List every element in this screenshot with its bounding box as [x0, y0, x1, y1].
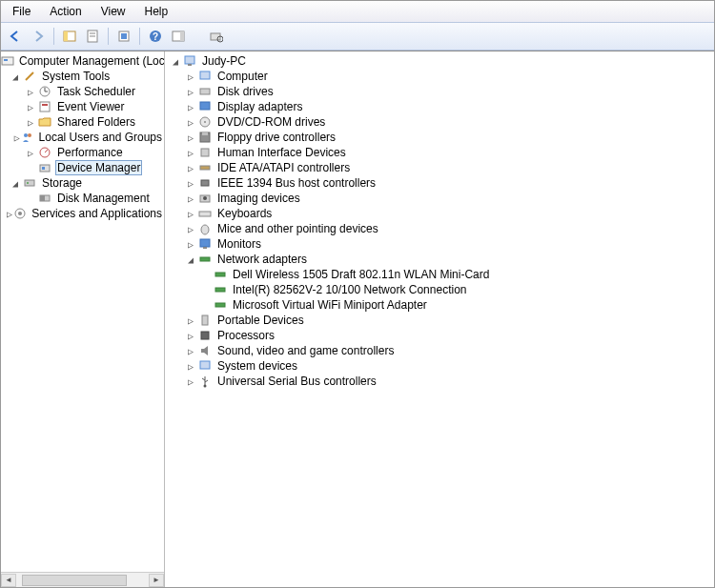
device-label[interactable]: Sound, video and game controllers	[215, 344, 396, 357]
tree-event-viewer[interactable]: ▷ Event Viewer	[1, 99, 164, 114]
device-category-hid[interactable]: ▷ Human Interface Devices	[165, 145, 714, 160]
device-label[interactable]: Keyboards	[215, 207, 274, 220]
tree-label[interactable]: Event Viewer	[55, 100, 126, 113]
expand-icon[interactable]: ▷	[24, 148, 37, 158]
device-label[interactable]: Intel(R) 82562V-2 10/100 Network Connect…	[231, 283, 468, 296]
expand-icon[interactable]: ▷	[184, 209, 197, 219]
expand-icon[interactable]: ▷	[184, 178, 197, 189]
expand-icon[interactable]: ▷	[184, 346, 197, 356]
device-label[interactable]: Dell Wireless 1505 Draft 802.11n WLAN Mi…	[231, 268, 491, 281]
tree-device-manager[interactable]: ▷ Device Manager	[1, 160, 164, 175]
expand-icon[interactable]: ▷	[184, 148, 197, 158]
action-pane-button[interactable]	[168, 26, 189, 47]
expand-icon[interactable]: ▷	[184, 376, 197, 387]
tree-disk-management[interactable]: ▷ Disk Management	[1, 191, 164, 206]
device-category-processors[interactable]: ▷ Processors	[165, 328, 714, 343]
expand-icon[interactable]: ▷	[184, 132, 197, 143]
tree-label[interactable]: Task Scheduler	[55, 85, 137, 98]
device-category-portable[interactable]: ▷ Portable Devices	[165, 313, 714, 328]
scroll-left-button[interactable]: ◄	[1, 574, 16, 587]
tree-shared-folders[interactable]: ▷ Shared Folders	[1, 114, 164, 130]
device-category-monitors[interactable]: ▷ Monitors	[165, 236, 714, 252]
expand-icon[interactable]: ▷	[184, 193, 197, 204]
tree-services-apps[interactable]: ▷ Services and Applications	[1, 206, 164, 221]
device-category-disk[interactable]: ▷ Disk drives	[165, 84, 714, 99]
device-category-imaging[interactable]: ▷ Imaging devices	[165, 191, 714, 206]
scroll-track[interactable]	[16, 574, 149, 587]
tree-storage[interactable]: ◢ Storage	[1, 175, 164, 191]
tree-task-scheduler[interactable]: ▷ Task Scheduler	[1, 84, 164, 99]
tree-label[interactable]: Computer Management (Local	[17, 54, 164, 68]
expand-icon[interactable]: ▷	[184, 315, 197, 326]
expand-icon[interactable]: ▷	[184, 102, 197, 112]
expand-icon[interactable]: ▷	[184, 224, 197, 234]
tree-local-users[interactable]: ▷ Local Users and Groups	[1, 130, 164, 145]
expand-icon[interactable]: ▷	[184, 87, 197, 97]
tree-label[interactable]: Performance	[55, 146, 125, 159]
device-category-ide[interactable]: ▷ IDE ATA/ATAPI controllers	[165, 160, 714, 175]
device-label[interactable]: Mice and other pointing devices	[215, 222, 380, 235]
expand-icon[interactable]: ▷	[184, 331, 197, 341]
device-label[interactable]: Portable Devices	[215, 314, 306, 327]
device-network-adapter[interactable]: ▷ Intel(R) 82562V-2 10/100 Network Conne…	[165, 282, 714, 297]
tree-system-tools[interactable]: ◢ System Tools	[1, 69, 164, 84]
device-tree[interactable]: ◢ Judy-PC ▷ Computer ▷ Disk drives ▷	[165, 53, 714, 389]
tree-root[interactable]: Computer Management (Local	[1, 53, 164, 69]
expand-icon[interactable]: ▷	[184, 117, 197, 128]
device-category-mice[interactable]: ▷ Mice and other pointing devices	[165, 221, 714, 236]
device-label[interactable]: IDE ATA/ATAPI controllers	[215, 161, 352, 174]
device-category-dvd[interactable]: ▷ DVD/CD-ROM drives	[165, 114, 714, 130]
scroll-right-button[interactable]: ►	[149, 574, 164, 587]
device-label[interactable]: Judy-PC	[200, 54, 248, 68]
expand-icon[interactable]: ▷	[6, 209, 13, 219]
device-root[interactable]: ◢ Judy-PC	[165, 53, 714, 69]
forward-button[interactable]	[28, 26, 49, 47]
tree-performance[interactable]: ▷ Performance	[1, 145, 164, 160]
expand-icon[interactable]: ▷	[184, 239, 197, 250]
device-network-adapter[interactable]: ▷ Dell Wireless 1505 Draft 802.11n WLAN …	[165, 267, 714, 282]
expand-icon[interactable]: ▷	[24, 87, 37, 97]
expand-icon[interactable]: ▷	[184, 163, 197, 173]
expand-icon[interactable]: ▷	[184, 361, 197, 372]
device-label[interactable]: Processors	[215, 329, 276, 342]
horizontal-scrollbar[interactable]: ◄ ►	[1, 572, 164, 587]
tree-label[interactable]: Device Manager	[55, 160, 142, 175]
help-button[interactable]: ?	[145, 26, 166, 47]
menu-action[interactable]: Action	[42, 3, 89, 20]
device-network-adapter[interactable]: ▷ Microsoft Virtual WiFi Miniport Adapte…	[165, 297, 714, 313]
device-label[interactable]: Disk drives	[215, 85, 276, 98]
device-label[interactable]: Monitors	[215, 237, 263, 251]
tree-label[interactable]: Shared Folders	[55, 115, 137, 129]
device-category-network[interactable]: ◢ Network adapters	[165, 252, 714, 267]
console-tree[interactable]: Computer Management (Local ◢ System Tool…	[1, 51, 164, 572]
expand-icon[interactable]: ▷	[24, 102, 37, 112]
expand-icon[interactable]: ▷	[24, 117, 37, 128]
device-category-keyboards[interactable]: ▷ Keyboards	[165, 206, 714, 221]
expand-icon[interactable]: ▷	[184, 71, 197, 82]
menu-help[interactable]: Help	[137, 3, 176, 20]
menu-view[interactable]: View	[93, 3, 133, 20]
show-hide-tree-button[interactable]	[59, 26, 80, 47]
expand-icon[interactable]: ▷	[13, 132, 21, 143]
device-category-system[interactable]: ▷ System devices	[165, 358, 714, 374]
scan-hardware-button[interactable]	[206, 26, 227, 47]
tree-label[interactable]: Storage	[40, 176, 84, 190]
device-label[interactable]: Network adapters	[215, 253, 309, 266]
device-category-sound[interactable]: ▷ Sound, video and game controllers	[165, 343, 714, 358]
tree-label[interactable]: System Tools	[40, 70, 112, 83]
device-label[interactable]: Display adapters	[215, 100, 304, 113]
device-category-display[interactable]: ▷ Display adapters	[165, 99, 714, 114]
tree-label[interactable]: Disk Management	[55, 192, 152, 205]
device-label[interactable]: Human Interface Devices	[215, 146, 348, 159]
collapse-icon[interactable]: ◢	[9, 71, 22, 82]
back-button[interactable]	[5, 26, 26, 47]
properties-button[interactable]	[82, 26, 103, 47]
tree-label[interactable]: Services and Applications	[30, 207, 164, 220]
tree-label[interactable]: Local Users and Groups	[37, 131, 164, 144]
device-label[interactable]: Floppy drive controllers	[215, 131, 337, 144]
device-category-floppy[interactable]: ▷ Floppy drive controllers	[165, 130, 714, 145]
device-label[interactable]: Imaging devices	[215, 192, 302, 205]
scroll-thumb[interactable]	[22, 575, 127, 586]
device-label[interactable]: Computer	[215, 70, 270, 83]
device-category-usb[interactable]: ▷ Universal Serial Bus controllers	[165, 374, 714, 389]
